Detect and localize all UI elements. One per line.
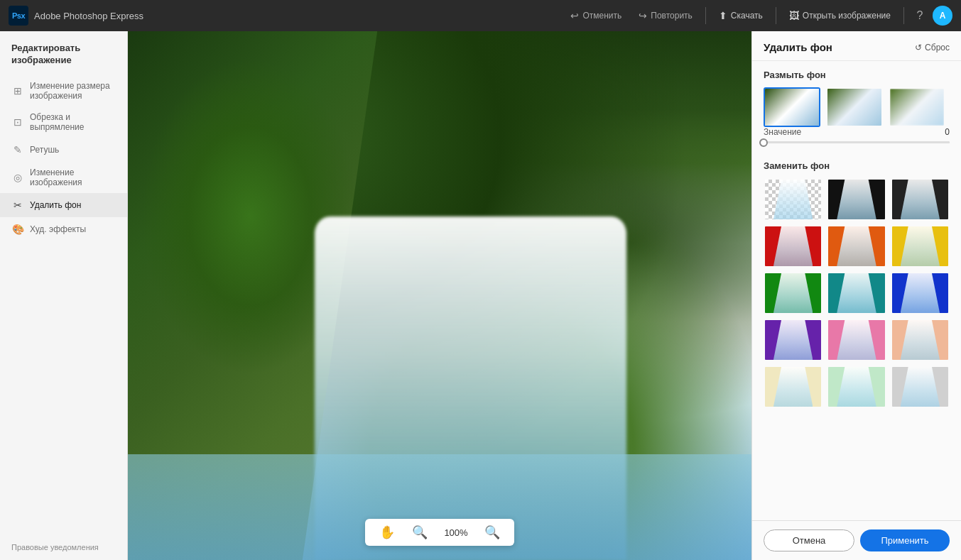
replace-bg-blue[interactable] [891,272,950,314]
header-separator-2 [776,7,776,24]
replace-bg-thumb-orange [828,226,884,266]
blur-thumb-1 [765,89,819,126]
replace-bg-thumb-mint [828,367,884,407]
replace-bg-red[interactable] [764,225,822,268]
zoom-in-icon: 🔍 [484,525,500,540]
replace-bg-thumb-black [828,180,884,219]
value-label: Значение [764,127,801,137]
crop-icon: ⊡ [11,116,24,128]
sidebar-item-adjust[interactable]: ◎ Изменение изображения [0,162,127,193]
replace-bg-thumb-teal [828,273,884,313]
help-button[interactable]: ? [910,6,930,26]
help-icon: ? [917,9,923,22]
blur-option-high[interactable] [889,87,945,127]
sidebar-section-title: Редактировать изображение [0,43,127,75]
resize-icon: ⊞ [11,84,24,97]
download-button[interactable]: ⬆ Скачать [712,7,770,24]
replace-bg-thumb-dark [892,180,948,219]
redo-button[interactable]: ↪ Повторить [631,7,700,24]
replace-bg-thumb-yellow [892,226,948,266]
retouch-icon: ✎ [11,143,24,156]
replace-bg-grid [764,178,950,408]
zoom-in-button[interactable]: 🔍 [482,523,503,542]
zoom-out-button[interactable]: 🔍 [409,523,430,542]
zoom-level: 100% [442,527,470,538]
panel-title: Удалить фон [764,41,832,53]
app-logo: Psx [9,6,28,26]
sidebar: Редактировать изображение ⊞ Изменение ра… [0,31,128,560]
sidebar-item-remove-bg[interactable]: ✂ Удалить фон [0,193,127,217]
replace-bg-lightgray[interactable] [891,366,950,408]
blur-thumb-2 [827,89,881,126]
replace-bg-thumb-red [765,226,821,266]
sidebar-item-retouch[interactable]: ✎ Ретушь [0,138,127,162]
blur-options [764,87,950,127]
replace-bg-thumb-peach [892,320,948,360]
value-number: 0 [945,127,950,137]
replace-bg-purple[interactable] [764,319,822,361]
right-panel-header: Удалить фон ↺ Сброс [752,31,961,61]
replace-bg-thumb-pink [828,320,884,360]
replace-bg-thumb-lightgray [892,367,948,407]
sidebar-item-crop[interactable]: ⊡ Обрезка и выпрямление [0,106,127,138]
replace-bg-mint[interactable] [827,366,886,408]
remove-bg-icon: ✂ [11,199,24,212]
app-title: Adobe Photoshop Express [34,11,558,21]
slider-thumb [759,138,768,147]
reset-icon: ↺ [915,43,922,53]
header: Psx Adobe Photoshop Express ↩ Отменить ↪… [0,0,961,31]
value-row: Значение 0 [764,127,950,137]
open-image-button[interactable]: 🖼 Открыть изображение [782,7,898,24]
redo-icon: ↪ [639,10,647,21]
blur-option-none[interactable] [764,87,820,127]
undo-button[interactable]: ↩ Отменить [563,7,629,24]
replace-bg-section: Заменить фон [752,155,961,417]
download-icon: ⬆ [719,10,727,21]
replace-bg-orange[interactable] [827,225,886,268]
replace-bg-thumb-transparent [765,180,821,219]
replace-bg-thumb-purple [765,320,821,360]
art-effects-icon: 🎨 [11,223,24,236]
canvas-toolbar: ✋ 🔍 100% 🔍 [365,519,514,546]
replace-bg-cream[interactable] [764,366,822,408]
replace-bg-teal[interactable] [827,272,886,314]
open-image-icon: 🖼 [789,10,799,21]
canvas-area: ✋ 🔍 100% 🔍 [128,31,751,560]
replace-bg-thumb-blue [892,273,948,313]
panel-footer: Отмена Применить [752,520,961,560]
hand-tool-button[interactable]: ✋ [376,523,398,542]
header-separator-3 [903,7,904,24]
replace-bg-thumb-green [765,273,821,313]
replace-bg-transparent[interactable] [764,178,822,221]
main-layout: Редактировать изображение ⊞ Изменение ра… [0,31,961,560]
header-actions: ↩ Отменить ↪ Повторить ⬆ Скачать 🖼 Откры… [563,6,952,26]
canvas-image [128,31,751,560]
blur-thumb-3 [890,89,944,126]
blur-section: Размыть фон Значение 0 [752,61,961,155]
replace-bg-dark[interactable] [891,178,950,221]
blur-option-low[interactable] [826,87,883,127]
reset-button[interactable]: ↺ Сброс [915,43,950,53]
replace-bg-yellow[interactable] [891,225,950,268]
replace-bg-peach[interactable] [891,319,950,361]
zoom-out-icon: 🔍 [412,525,428,540]
apply-button[interactable]: Применить [860,529,950,551]
blur-slider[interactable] [764,141,950,143]
sidebar-item-art-effects[interactable]: 🎨 Худ. эффекты [0,217,127,241]
header-separator-1 [705,7,706,24]
replace-bg-label: Заменить фон [764,160,950,171]
blur-section-label: Размыть фон [764,70,950,80]
slider-track [764,141,950,143]
legal-notices-link[interactable]: Правовые уведомления [0,534,127,560]
sidebar-item-resize[interactable]: ⊞ Изменение размера изображения [0,75,127,106]
replace-bg-green[interactable] [764,272,822,314]
undo-icon: ↩ [570,10,579,21]
replace-bg-pink[interactable] [827,319,886,361]
replace-bg-thumb-cream [765,367,821,407]
adjust-icon: ◎ [11,171,24,184]
user-avatar[interactable]: A [933,6,952,26]
hand-icon: ✋ [379,525,395,540]
right-panel: Удалить фон ↺ Сброс Размыть фон [751,31,961,560]
cancel-button[interactable]: Отмена [764,529,854,551]
replace-bg-black[interactable] [827,178,886,221]
